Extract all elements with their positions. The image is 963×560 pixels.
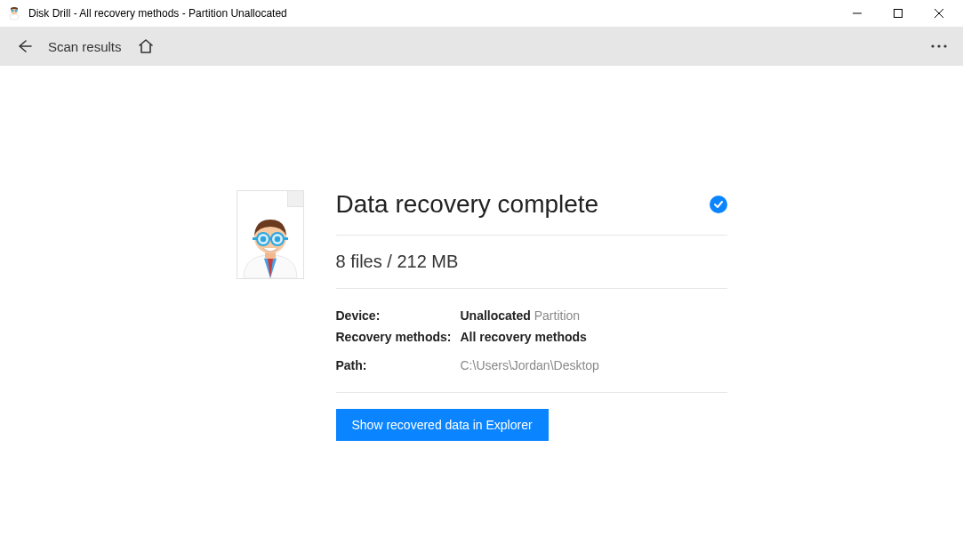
device-name: Unallocated (461, 308, 531, 323)
home-icon[interactable] (134, 35, 157, 58)
avatar-file-icon (237, 190, 304, 279)
device-label: Device: (336, 305, 461, 326)
back-icon[interactable] (12, 35, 36, 58)
close-button[interactable] (919, 0, 959, 27)
svg-rect-18 (253, 237, 257, 240)
window-controls (837, 0, 959, 27)
svg-point-8 (931, 44, 934, 47)
show-in-explorer-button[interactable]: Show recovered data in Explorer (336, 409, 549, 441)
path-label: Path: (336, 355, 461, 376)
svg-point-2 (12, 10, 14, 12)
result-summary: 8 files / 212 MB (336, 236, 727, 289)
result-details: Device: Unallocated Partition Recovery m… (336, 289, 727, 393)
content-area: Data recovery complete 8 files / 212 MB … (0, 66, 963, 441)
device-value: Unallocated Partition (461, 305, 581, 326)
success-check-icon (710, 196, 727, 213)
more-icon[interactable] (927, 35, 951, 58)
svg-rect-17 (269, 237, 272, 240)
breadcrumb: Scan results (48, 39, 122, 54)
svg-point-9 (937, 44, 940, 47)
methods-value: All recovery methods (461, 326, 587, 348)
svg-point-10 (943, 44, 946, 47)
result-panel: Data recovery complete 8 files / 212 MB … (237, 190, 727, 441)
detail-row-path: Path: C:\Users\Jordan\Desktop (336, 355, 727, 376)
maximize-button[interactable] (878, 0, 919, 27)
minimize-button[interactable] (837, 0, 878, 27)
svg-point-15 (260, 236, 265, 242)
detail-row-methods: Recovery methods: All recovery methods (336, 326, 727, 348)
svg-point-16 (274, 236, 279, 242)
titlebar: Disk Drill - All recovery methods - Part… (0, 0, 963, 27)
window-title: Disk Drill - All recovery methods - Part… (28, 7, 837, 20)
detail-row-device: Device: Unallocated Partition (336, 305, 727, 326)
svg-rect-19 (284, 237, 288, 240)
toolbar: Scan results (0, 27, 963, 66)
svg-point-3 (15, 10, 18, 12)
path-value: C:\Users\Jordan\Desktop (461, 355, 599, 376)
app-icon (7, 6, 21, 20)
device-type: Partition (534, 308, 580, 323)
methods-label: Recovery methods: (336, 326, 461, 348)
svg-rect-5 (895, 10, 903, 18)
svg-rect-1 (10, 14, 19, 20)
result-heading: Data recovery complete (336, 190, 599, 219)
